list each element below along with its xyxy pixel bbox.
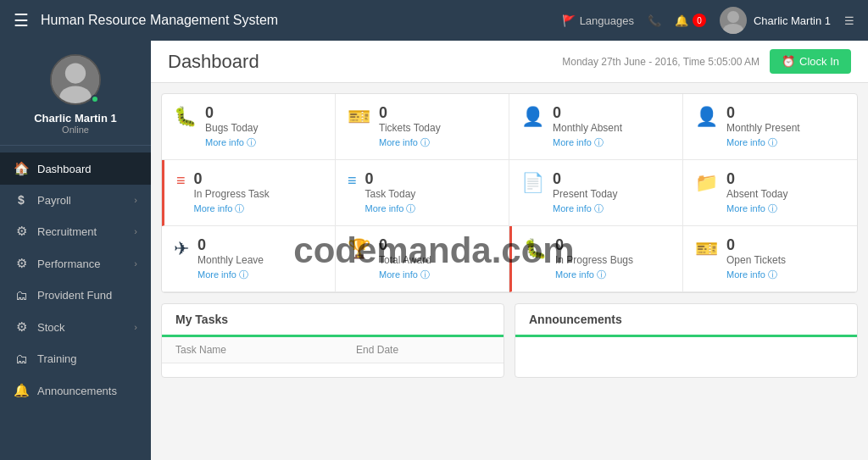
stat-info-2: 0 Tickets Today More info ⓘ [379, 104, 497, 149]
present-today-count: 0 [553, 170, 670, 188]
monthly-absent-more-link[interactable]: More info ⓘ [553, 136, 670, 149]
user-name-topnav: Charlic Martin 1 [754, 14, 831, 27]
stat-open-tickets: 🎫 0 Open Tickets More info ⓘ [683, 226, 857, 292]
dashboard-icon: 🏠 [14, 161, 29, 176]
monthly-absent-count: 0 [553, 104, 670, 122]
languages-button[interactable]: 🚩 Languages [562, 14, 634, 27]
sidebar-item-payroll[interactable]: $ Payroll › [0, 185, 151, 215]
chevron-right-icon: › [134, 195, 137, 205]
performance-icon: ⚙ [14, 256, 29, 271]
sidebar-item-performance[interactable]: ⚙ Performance › [0, 247, 151, 280]
task-today-more[interactable]: More info ⓘ [365, 202, 497, 215]
stat-info-6: 0 Task Today More info ⓘ [365, 170, 497, 215]
monthly-present-count: 0 [726, 104, 845, 122]
present-today-more[interactable]: More info ⓘ [553, 202, 670, 215]
content-area: Dashboard Monday 27th June - 2016, Time … [151, 41, 868, 460]
absent-today-more[interactable]: More info ⓘ [726, 202, 845, 215]
total-award-label: Total Award [379, 254, 497, 266]
in-progress-task-icon: ≡ [176, 172, 186, 190]
clock-icon: ⏰ [782, 55, 795, 68]
table-row [162, 363, 504, 378]
open-tickets-icon: 🎫 [695, 238, 718, 260]
absent-icon: 👤 [521, 106, 544, 128]
col-task-name: Task Name [162, 337, 342, 363]
task-today-label: Task Today [365, 188, 497, 200]
phone-icon-button[interactable]: 📞 [648, 14, 661, 27]
bugs-more-link[interactable]: More info ⓘ [205, 136, 323, 149]
notification-bell[interactable]: 🔔 0 [675, 14, 706, 27]
stat-info: 0 Bugs Today More info ⓘ [205, 104, 323, 149]
sidebar-item-recruitment[interactable]: ⚙ Recruitment › [0, 215, 151, 247]
hamburger-icon[interactable]: ☰ [14, 10, 29, 30]
stat-in-progress-bugs: 🐛 0 In Progress Bugs More info ⓘ [509, 226, 683, 292]
stats-grid: 🐛 0 Bugs Today More info ⓘ 🎫 0 Tickets T… [161, 93, 858, 293]
content-header: Dashboard Monday 27th June - 2016, Time … [151, 41, 868, 83]
in-progress-task-more[interactable]: More info ⓘ [194, 202, 323, 215]
stat-info-4: 0 Monthly Present More info ⓘ [726, 104, 845, 149]
total-award-icon: 🏆 [348, 238, 370, 260]
bug-icon: 🐛 [174, 106, 197, 128]
monthly-leave-count: 0 [198, 236, 323, 254]
stat-in-progress-task: ≡ 0 In Progress Task More info ⓘ [162, 160, 336, 226]
sidebar-item-dashboard[interactable]: 🏠 Dashboard [0, 152, 151, 185]
in-progress-task-label: In Progress Task [194, 188, 323, 200]
stat-info-8: 0 Absent Today More info ⓘ [726, 170, 845, 215]
present-icon: 👤 [695, 106, 718, 128]
bell-icon: 🔔 [675, 14, 688, 27]
topnav-menu-icon[interactable]: ☰ [844, 14, 854, 27]
header-right: Monday 27th June - 2016, Time 5:05:00 AM… [562, 49, 851, 74]
my-tasks-title: My Tasks [162, 304, 504, 337]
sidebar-item-stock[interactable]: ⚙ Stock › [0, 311, 151, 343]
datetime-display: Monday 27th June - 2016, Time 5:05:00 AM [562, 56, 760, 68]
total-award-more[interactable]: More info ⓘ [379, 269, 497, 281]
in-progress-bugs-icon: 🐛 [524, 238, 547, 260]
menu-dots-icon: ☰ [844, 14, 854, 27]
in-progress-bugs-count: 0 [555, 236, 670, 254]
stat-info-12: 0 Open Tickets More info ⓘ [726, 236, 845, 281]
stat-bugs-today: 🐛 0 Bugs Today More info ⓘ [162, 94, 336, 160]
sidebar-label-stock: Stock [37, 321, 134, 334]
announcements-panel: Announcements [515, 303, 858, 378]
clock-in-button[interactable]: ⏰ Clock In [770, 49, 851, 74]
svg-point-0 [727, 11, 739, 23]
stat-info-7: 0 Present Today More info ⓘ [553, 170, 670, 215]
stat-tickets-today: 🎫 0 Tickets Today More info ⓘ [336, 94, 509, 160]
sidebar-item-training[interactable]: 🗂 Training [0, 343, 151, 374]
stat-present-today: 📄 0 Present Today More info ⓘ [509, 160, 683, 226]
phone-icon: 📞 [648, 14, 661, 27]
task-today-icon: ≡ [348, 172, 357, 190]
announcements-icon: 🔔 [14, 383, 29, 398]
sidebar-item-provident-fund[interactable]: 🗂 Provident Fund [0, 280, 151, 311]
online-indicator [91, 95, 99, 103]
sidebar-item-announcements[interactable]: 🔔 Announcements [0, 374, 151, 407]
tickets-more-link[interactable]: More info ⓘ [379, 136, 497, 149]
present-today-label: Present Today [553, 188, 670, 200]
tasks-table: Task Name End Date [162, 337, 504, 377]
stat-task-today: ≡ 0 Task Today More info ⓘ [336, 160, 509, 226]
stat-info-5: 0 In Progress Task More info ⓘ [194, 170, 323, 215]
sidebar-label-payroll: Payroll [37, 194, 134, 207]
in-progress-bugs-label: In Progress Bugs [555, 254, 670, 266]
user-info[interactable]: Charlic Martin 1 [720, 7, 831, 34]
absent-today-label: Absent Today [726, 188, 845, 200]
bugs-count: 0 [205, 104, 323, 122]
provident-icon: 🗂 [14, 288, 29, 302]
monthly-leave-more[interactable]: More info ⓘ [198, 269, 323, 281]
monthly-leave-icon: ✈ [174, 238, 189, 260]
col-end-date: End Date [342, 337, 504, 363]
chevron-right-icon-2: › [134, 226, 137, 236]
sidebar-label-performance: Performance [37, 258, 134, 270]
in-progress-bugs-more[interactable]: More info ⓘ [555, 269, 670, 281]
svg-point-3 [65, 63, 86, 83]
monthly-present-more-link[interactable]: More info ⓘ [726, 136, 845, 149]
stat-monthly-leave: ✈ 0 Monthly Leave More info ⓘ [162, 226, 336, 292]
profile-status: Online [62, 125, 89, 135]
sidebar-nav: 🏠 Dashboard $ Payroll › ⚙ Recruitment › … [0, 146, 151, 460]
in-progress-task-count: 0 [194, 170, 323, 188]
recruitment-icon: ⚙ [14, 224, 29, 239]
open-tickets-more[interactable]: More info ⓘ [726, 269, 845, 281]
tickets-label: Tickets Today [379, 122, 497, 134]
sidebar-label-recruitment: Recruitment [37, 225, 134, 238]
flag-icon: 🚩 [562, 14, 576, 27]
task-today-count: 0 [365, 170, 497, 188]
